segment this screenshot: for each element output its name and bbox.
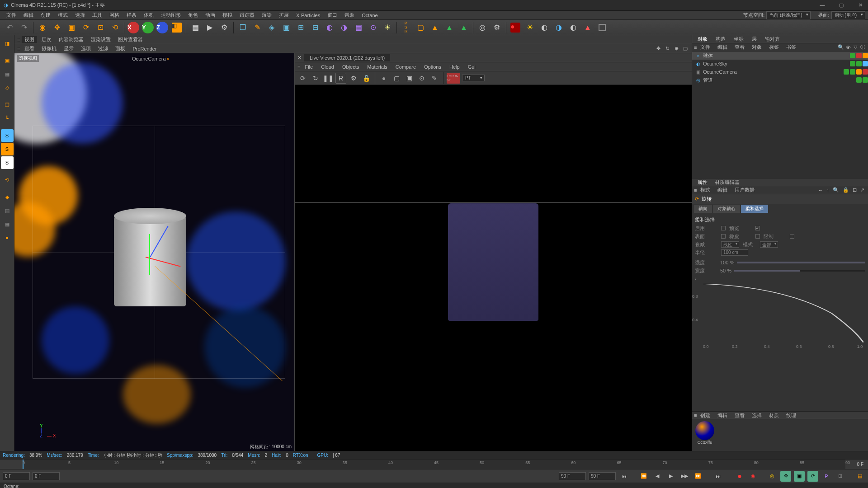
om-eye-icon[interactable]: 👁 <box>844 45 852 50</box>
vpmenu-panel[interactable]: 面板 <box>113 45 128 52</box>
rotate-button[interactable]: ⟳ <box>79 21 93 34</box>
lvmenu-materials[interactable]: Materials <box>363 64 391 70</box>
om-objects[interactable]: 对象 <box>748 44 765 51</box>
menu-window[interactable]: 窗口 <box>324 12 341 19</box>
make-editable-button[interactable]: ◨ <box>1 37 14 50</box>
object-list[interactable]: ○球体◐OctaneSky▣OctaneCamera◎管道 <box>692 52 868 178</box>
octane-box-button[interactable] <box>595 21 609 34</box>
lv-picker-button[interactable]: ✎ <box>429 73 440 84</box>
mm-material[interactable]: 材质 <box>765 412 783 419</box>
goto-start-button[interactable]: ⏮ <box>618 471 629 482</box>
octane-settings-button[interactable]: ◎ <box>476 21 489 34</box>
viewtab-content[interactable]: 内容浏览器 <box>56 36 86 43</box>
object-row[interactable]: ◐OctaneSky <box>692 60 868 68</box>
tab-layers[interactable]: 层 <box>748 35 760 43</box>
lock-z-button[interactable]: Z <box>156 21 169 34</box>
mm-view[interactable]: 查看 <box>731 412 748 419</box>
menu-edit[interactable]: 编辑 <box>20 12 37 19</box>
cylinder-geometry[interactable] <box>114 216 186 306</box>
viewtab-pictureviewer[interactable]: 图片查看器 <box>115 36 146 43</box>
tag-icon[interactable] <box>863 69 868 75</box>
lv-region-button[interactable]: R <box>335 73 346 84</box>
layout-button[interactable]: ▤ <box>854 471 865 482</box>
point-mode-button[interactable]: S <box>1 129 14 142</box>
bend-button[interactable]: ◐ <box>323 21 336 34</box>
lvmenu-objects[interactable]: Objects <box>339 64 363 70</box>
extra4-button[interactable]: ▲ <box>457 21 471 34</box>
tag-icon[interactable] <box>863 77 868 83</box>
om-view[interactable]: 查看 <box>731 44 748 51</box>
vp-nav-4-icon[interactable]: ▢ <box>682 45 689 52</box>
pen-tool-button[interactable]: ✎ <box>250 21 264 34</box>
next-frame-button[interactable]: ▶▶ <box>679 471 690 482</box>
menu-extensions[interactable]: 扩展 <box>275 12 292 19</box>
enable-axis-button[interactable]: ◆ <box>1 191 14 203</box>
vpmenu-filter[interactable]: 过滤 <box>95 45 111 52</box>
lv-clay-button[interactable]: ▢ <box>391 73 402 84</box>
subdiv-button[interactable]: ◈ <box>265 21 278 34</box>
drop-mode[interactable]: 全部 <box>760 241 778 248</box>
lvmenu-cloud[interactable]: Cloud <box>317 64 338 70</box>
lock-tool-button[interactable]: ⟲ <box>108 21 122 34</box>
am-lock-icon[interactable]: 🔒 <box>841 187 851 193</box>
redo-button[interactable]: ↷ <box>17 21 31 34</box>
tab-objects[interactable]: 对象 <box>694 35 711 43</box>
next-key-button[interactable]: ⏩ <box>693 471 703 482</box>
tag-icon[interactable] <box>850 61 855 66</box>
om-info-icon[interactable]: ⓘ <box>859 44 866 51</box>
menu-select[interactable]: 选择 <box>71 12 89 19</box>
lv-hamburger-icon[interactable]: ≡ <box>297 64 300 70</box>
tag-icon[interactable] <box>844 69 849 75</box>
hamburger-icon[interactable]: ≡ <box>17 37 20 42</box>
tag-icon[interactable] <box>850 69 855 75</box>
texture-mode-button[interactable]: ▦ <box>1 68 14 80</box>
am-search-icon[interactable]: 🔍 <box>831 187 841 193</box>
lv-compare-button[interactable]: ▣ <box>404 73 415 84</box>
om-bookmarks[interactable]: 书签 <box>783 44 800 51</box>
edge-mode-button[interactable]: S <box>1 143 14 155</box>
prev-key-button[interactable]: ⏪ <box>638 471 649 482</box>
live-select-button[interactable]: ◉ <box>36 21 49 34</box>
menu-mode[interactable]: 模式 <box>54 12 71 19</box>
octane-record-button[interactable]: ● <box>509 21 522 34</box>
am-userdata[interactable]: 用户数据 <box>731 187 758 193</box>
floor-button[interactable]: ▤ <box>352 21 365 34</box>
locked-workplane-button[interactable]: ● <box>1 231 14 244</box>
tag-icon[interactable] <box>856 53 862 58</box>
minimize-button[interactable]: — <box>818 2 826 8</box>
am-fwd-icon[interactable]: ↑ <box>825 188 831 193</box>
falloff-graph[interactable]: 0.8 0.4 0.0 0.2 0.4 0.6 0.8 1.0 <box>703 284 863 343</box>
axis-mode-button[interactable]: ┗ <box>1 112 14 125</box>
lv-ldr-button[interactable]: LDR 8-bit <box>447 73 460 84</box>
mm-texture[interactable]: 纹理 <box>783 412 800 419</box>
extra2-button[interactable]: ▲ <box>428 21 442 34</box>
tag-icon[interactable] <box>863 53 868 58</box>
close-button[interactable]: ✕ <box>856 2 864 8</box>
menu-mograph[interactable]: 运动图形 <box>157 12 184 19</box>
tag-icon[interactable] <box>863 61 868 66</box>
lvmenu-help[interactable]: Help <box>446 64 463 70</box>
play-button[interactable]: ▶ <box>665 471 676 482</box>
menu-volume[interactable]: 体积 <box>140 12 157 19</box>
vp-nav-1-icon[interactable]: ✥ <box>655 45 662 52</box>
octane-contrast-button[interactable]: ◑ <box>552 21 566 34</box>
cb-surface[interactable] <box>721 234 726 239</box>
am-pop-icon[interactable]: ↗ <box>859 187 866 193</box>
vpmenu-prorender[interactable]: ProRender <box>130 46 159 52</box>
tag-icon[interactable] <box>856 77 862 83</box>
key-pos-button[interactable]: ◎ <box>767 471 778 482</box>
lv-settings-button[interactable]: ⚙ <box>348 73 359 84</box>
menu-character[interactable]: 角色 <box>184 12 202 19</box>
key-sel3-button[interactable]: ⟳ <box>807 471 818 482</box>
menu-spline[interactable]: 样条 <box>123 12 140 19</box>
subtab-softselect[interactable]: 柔和选择 <box>741 205 768 213</box>
tab-coords[interactable]: 坐标 <box>730 35 747 43</box>
input-strength[interactable]: 100 % <box>720 260 734 265</box>
viewtab-rendersettings[interactable]: 渲染设置 <box>88 36 113 43</box>
viewport-solo-button[interactable]: ▤ <box>1 204 14 217</box>
hamburger-icon[interactable]: ≡ <box>17 46 20 52</box>
coord-system-button[interactable]: ◧ <box>170 21 184 34</box>
viewtab-view[interactable]: 视图 <box>22 36 37 43</box>
cb-enable[interactable] <box>721 226 726 230</box>
live-viewer-render[interactable] <box>295 85 692 451</box>
